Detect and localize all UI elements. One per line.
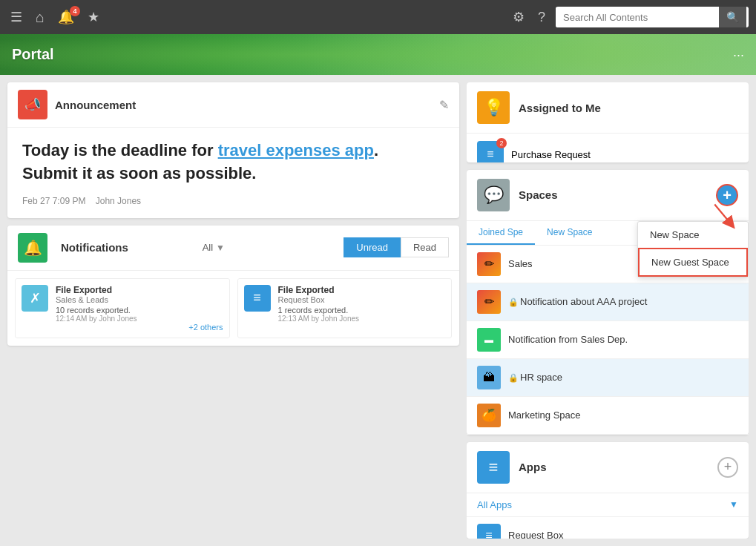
- space-item-marketing[interactable]: 🍊 Marketing Space: [467, 397, 749, 435]
- space-name-aaa: 🔒Notification about AAA project: [508, 296, 647, 307]
- space-name-sales: Sales: [508, 258, 533, 269]
- notif-item-0: ✗ File Exported Sales & Leads 10 records…: [15, 278, 230, 338]
- announcement-line1: Today is the deadline for: [22, 141, 218, 159]
- space-item-aaa[interactable]: ✏ 🔒Notification about AAA project: [467, 283, 749, 321]
- portal-options[interactable]: ···: [733, 47, 744, 62]
- all-apps-row[interactable]: All Apps ▼: [467, 493, 749, 517]
- space-avatar-marketing: 🍊: [477, 404, 501, 427]
- assigned-card: 💡 Assigned to Me ≡ 2 Purchase Request: [467, 82, 749, 162]
- top-nav: ☰ ⌂ 🔔 4 ★ ⚙ ? 🔍: [0, 0, 756, 34]
- app-item-request-box[interactable]: ≡ Request Box: [467, 517, 749, 539]
- space-avatar-sales-dep: ▬: [477, 328, 501, 352]
- star-icon[interactable]: ★: [85, 6, 102, 28]
- notif-body-1: File Exported Request Box 1 records expo…: [278, 285, 446, 323]
- notif-more-0[interactable]: +2 others: [56, 323, 223, 332]
- notif-sub-1: Request Box: [278, 295, 446, 304]
- notif-icon-0: ✗: [22, 285, 48, 312]
- space-avatar-hr: 🏔: [477, 366, 501, 389]
- search-bar: 🔍: [556, 7, 749, 27]
- purchase-request-icon: ≡: [487, 148, 493, 161]
- main-content: 📣 Announcement ✎ Today is the deadline f…: [0, 75, 756, 546]
- assigned-icon-box: 💡: [477, 91, 510, 124]
- app-name-request-box: Request Box: [508, 530, 563, 539]
- announcement-edit-icon[interactable]: ✎: [439, 98, 449, 112]
- space-name-sales-dep: Notification from Sales Dep.: [508, 334, 628, 345]
- notif-body-0: File Exported Sales & Leads 10 records e…: [56, 285, 223, 332]
- announcement-link[interactable]: travel expenses app: [218, 141, 374, 159]
- filter-tabs: Unread Read: [344, 237, 449, 257]
- tab-unread[interactable]: Unread: [344, 237, 401, 257]
- left-panel: 📣 Announcement ✎ Today is the deadline f…: [7, 82, 459, 539]
- filter-all-label: All: [203, 242, 213, 253]
- space-item-hr[interactable]: 🏔 🔒HR space: [467, 359, 749, 397]
- announcement-title: Announcement: [55, 99, 439, 111]
- notifications-title: Notifications: [61, 241, 197, 254]
- home-icon[interactable]: ⌂: [33, 6, 47, 29]
- announcement-icon: 📣: [24, 96, 41, 113]
- notif-item-1: ≡ File Exported Request Box 1 records ex…: [237, 278, 453, 338]
- notif-meta-0: 12:14 AM by John Jones: [56, 315, 223, 323]
- notif-desc-0: 10 records exported.: [56, 306, 223, 315]
- notifications-grid: ✗ File Exported Sales & Leads 10 records…: [7, 271, 459, 346]
- all-apps-chevron-icon: ▼: [729, 499, 738, 510]
- spaces-add-button[interactable]: +: [716, 184, 738, 206]
- tab-new-space[interactable]: New Space: [535, 221, 604, 245]
- spaces-title: Spaces: [519, 188, 716, 201]
- notif-desc-1: 1 records exported.: [278, 306, 446, 315]
- filter-chevron-icon[interactable]: ▼: [216, 243, 225, 253]
- apps-icon-box: ≡: [477, 451, 510, 484]
- announcement-meta: Feb 27 7:09 PM John Jones: [22, 196, 444, 206]
- help-icon[interactable]: ?: [535, 7, 548, 28]
- notification-wrap: 🔔 4: [55, 9, 77, 25]
- space-name-hr: 🔒HR space: [508, 372, 562, 383]
- notif-filter: All ▼: [203, 242, 338, 253]
- apps-card: ≡ Apps + All Apps ▼ ≡ Request Box: [467, 442, 749, 539]
- portal-title: Portal: [12, 46, 54, 63]
- lightbulb-icon: 💡: [484, 98, 504, 117]
- apps-add-button[interactable]: +: [717, 457, 738, 478]
- tab-read[interactable]: Read: [401, 237, 449, 257]
- search-input[interactable]: [556, 7, 719, 27]
- notif-icon-1: ≡: [244, 285, 271, 312]
- spaces-header: 💬 Spaces +: [467, 170, 749, 221]
- notif-title-1: File Exported: [278, 285, 446, 295]
- announcement-card: 📣 Announcement ✎ Today is the deadline f…: [7, 82, 459, 218]
- announcement-icon-box: 📣: [18, 90, 47, 119]
- announcement-sub: Submit it as soon as possible.: [22, 164, 256, 182]
- dropdown-new-space[interactable]: New Space: [638, 222, 748, 248]
- search-button[interactable]: 🔍: [719, 7, 746, 27]
- apps-list-icon: ≡: [489, 458, 499, 477]
- dropdown-new-guest-space[interactable]: New Guest Space: [638, 248, 748, 277]
- spaces-chat-icon: 💬: [484, 185, 504, 205]
- bell-card-icon: 🔔: [24, 239, 42, 257]
- space-avatar-sales: ✏: [477, 252, 501, 276]
- notif-meta-1: 12:13 AM by John Jones: [278, 315, 446, 323]
- apps-title: Apps: [519, 461, 717, 473]
- gear-icon[interactable]: ⚙: [510, 6, 527, 28]
- tab-joined-spaces[interactable]: Joined Spe: [467, 221, 535, 245]
- spaces-dropdown-popup: New Space New Guest Space: [637, 221, 749, 277]
- portal-header: Portal ···: [0, 34, 756, 75]
- spaces-icon-box: 💬: [477, 179, 510, 211]
- apps-header: ≡ Apps +: [467, 442, 749, 493]
- spaces-tabs-container: Joined Spe New Space New Space New Guest…: [467, 221, 749, 246]
- space-item-sales-dep[interactable]: ▬ Notification from Sales Dep.: [467, 321, 749, 359]
- notification-badge: 4: [70, 6, 80, 16]
- assigned-item-0[interactable]: ≡ 2 Purchase Request: [467, 134, 749, 162]
- announcement-text: Today is the deadline for travel expense…: [22, 139, 444, 185]
- menu-icon[interactable]: ☰: [7, 6, 25, 28]
- assigned-header: 💡 Assigned to Me: [467, 82, 749, 134]
- announcement-user: John Jones: [96, 196, 141, 206]
- assigned-item-name-0: Purchase Request: [511, 149, 591, 160]
- announcement-header: 📣 Announcement ✎: [7, 82, 459, 128]
- notifications-card: 🔔 Notifications All ▼ Unread Read ✗ File…: [7, 226, 459, 346]
- notifications-icon-box: 🔔: [18, 233, 47, 263]
- notif-title-0: File Exported: [56, 285, 223, 295]
- assigned-title: Assigned to Me: [519, 102, 601, 114]
- announcement-line2: .: [374, 141, 378, 159]
- notif-sub-0: Sales & Leads: [56, 295, 223, 304]
- announcement-body: Today is the deadline for travel expense…: [7, 128, 459, 218]
- space-avatar-aaa: ✏: [477, 290, 501, 314]
- space-name-marketing: Marketing Space: [508, 410, 581, 421]
- app-icon-request-box: ≡: [477, 524, 501, 539]
